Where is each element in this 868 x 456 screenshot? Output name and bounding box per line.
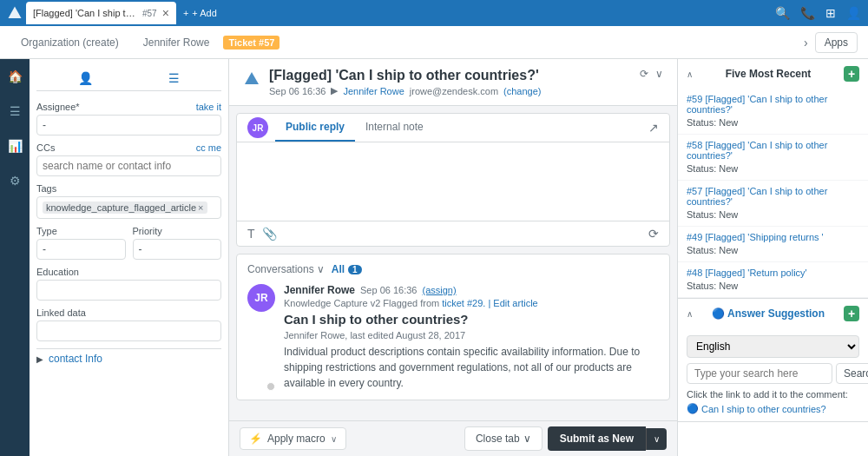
topbar-actions: 🔍 📞 ⊞ 👤	[775, 6, 861, 20]
linked-data-input[interactable]	[36, 321, 221, 341]
reply-option-icon[interactable]: ↗	[648, 114, 659, 142]
msg-date: Sep 06 16:36	[360, 285, 417, 295]
reports-icon[interactable]: 📊	[4, 135, 26, 156]
msg-author: Jennifer Rowe	[284, 284, 355, 296]
answer-search-input[interactable]	[687, 363, 832, 384]
recent-item-5: #48 [Flagged] 'Return policy' Status: Ne…	[678, 262, 868, 298]
recent-item-3-status: Status: New	[687, 209, 738, 220]
conversation-list: Conversations ∨ All 1 JR Je	[236, 254, 670, 400]
list-icon[interactable]: ☰	[168, 71, 180, 85]
ticket-logo-icon	[243, 68, 260, 90]
public-reply-tab[interactable]: Public reply	[275, 114, 355, 142]
answer-suggestion-header[interactable]: ∧ 🔵 Answer Suggestion +	[678, 299, 868, 328]
take-it-link[interactable]: take it	[196, 102, 221, 112]
priority-field: Priority -	[133, 226, 222, 260]
reply-footer: T 📎 ⟳	[237, 221, 669, 246]
answer-link-icon: 🔵	[687, 403, 699, 414]
macro-lightning-icon: ⚡	[249, 433, 262, 445]
right-panel: ∧ Five Most Recent + #59 [Flagged] 'Can …	[677, 59, 868, 456]
apply-macro-button[interactable]: ⚡ Apply macro ∨	[240, 427, 346, 450]
admin-icon[interactable]: ⚙	[6, 170, 24, 191]
priority-select[interactable]: -	[133, 239, 222, 260]
conversations-label[interactable]: Conversations ∨	[247, 263, 325, 275]
ticket-author-link[interactable]: Jennifer Rowe	[343, 86, 404, 96]
type-select[interactable]: -	[36, 239, 126, 260]
ccs-label: CCs cc me	[36, 142, 221, 153]
reply-tabs: JR Public reply Internal note ↗	[237, 114, 669, 142]
user-tab[interactable]: Jennifer Rowe	[133, 31, 220, 54]
home-icon[interactable]: 🏠	[4, 66, 26, 87]
tab-close-icon[interactable]: ×	[162, 7, 169, 19]
recent-item-2-link[interactable]: #58 [Flagged] 'Can I ship to other count…	[687, 140, 859, 161]
internal-note-tab[interactable]: Internal note	[355, 114, 434, 142]
submit-as-new-button[interactable]: Submit as New	[548, 426, 646, 451]
tag-chip: knowledge_capture_flagged_article ×	[43, 202, 207, 214]
ccs-field: CCs cc me	[36, 142, 221, 176]
five-recent-add-button[interactable]: +	[844, 66, 859, 82]
five-most-recent-header[interactable]: ∧ Five Most Recent +	[678, 59, 868, 89]
format-text-icon[interactable]: T	[247, 227, 255, 241]
add-icon: +	[183, 8, 188, 18]
msg-text: Individual product descriptions contain …	[284, 344, 659, 391]
close-tab-button[interactable]: Close tab ∨	[464, 426, 542, 451]
answer-add-button[interactable]: +	[844, 306, 859, 321]
language-select[interactable]: English	[687, 335, 859, 358]
msg-header: Jennifer Rowe Sep 06 16:36 (assign)	[284, 284, 659, 296]
bottom-right-actions: Close tab ∨ Submit as New ∨	[464, 426, 667, 451]
msg-byline: Jennifer Rowe, last edited August 28, 20…	[284, 330, 659, 340]
top-bar: [Flagged] 'Can I ship to o... #57 × + + …	[0, 0, 868, 26]
main-content: 🏠 ☰ 📊 ⚙ 👤 ☰ Assignee* take it - CCs cc m…	[0, 59, 868, 456]
assignee-select[interactable]: -	[36, 115, 221, 135]
apps-button[interactable]: Apps	[815, 32, 858, 53]
add-tab-button[interactable]: + + Add	[183, 8, 217, 18]
nav-chevron-icon[interactable]: ›	[804, 36, 808, 50]
recent-item-5-link[interactable]: #48 [Flagged] 'Return policy'	[687, 268, 859, 278]
recent-item-3-link[interactable]: #57 [Flagged] 'Can I ship to other count…	[687, 186, 859, 207]
edit-article-link[interactable]: | Edit article	[488, 298, 537, 308]
tags-input[interactable]: knowledge_capture_flagged_article ×	[36, 196, 221, 219]
user-icon[interactable]: 👤	[846, 6, 861, 20]
phone-icon[interactable]: 📞	[800, 6, 815, 20]
ticket-main: [Flagged] 'Can I ship to other countries…	[229, 59, 677, 456]
add-to-comment-text: Click the link to add it to the comment:	[687, 389, 859, 400]
person-icon[interactable]: 👤	[78, 71, 93, 85]
answer-search-button[interactable]: Search	[836, 363, 868, 384]
recent-item-2: #58 [Flagged] 'Can I ship to other count…	[678, 135, 868, 181]
tags-label: Tags	[36, 183, 221, 194]
msg-ticket-link[interactable]: ticket #29.	[442, 298, 485, 308]
ticket-change-link[interactable]: (change)	[503, 86, 541, 96]
attach-icon[interactable]: 📎	[262, 227, 277, 241]
education-input[interactable]	[36, 280, 221, 301]
ticket-scroll: [Flagged] 'Can I ship to other countries…	[229, 59, 677, 420]
nav-bar-right: › Apps	[804, 32, 858, 53]
ticket-tab-group: Ticket #57	[223, 36, 279, 50]
active-tab[interactable]: [Flagged] 'Can I ship to o... #57 ×	[26, 2, 176, 24]
recent-item-4: #49 [Flagged] 'Shipping returns ' Status…	[678, 227, 868, 262]
priority-label: Priority	[133, 226, 222, 236]
type-priority-row: Type - Priority -	[36, 226, 221, 260]
tag-chip-close-icon[interactable]: ×	[198, 202, 203, 213]
ticket-chevron-icon[interactable]: ∨	[655, 68, 663, 80]
refresh-icon[interactable]: ⟳	[640, 68, 648, 80]
reply-action-icon[interactable]: ⟳	[648, 227, 659, 241]
recent-item-1-link[interactable]: #59 [Flagged] 'Can I ship to other count…	[687, 94, 859, 115]
all-filter-label[interactable]: All	[332, 263, 345, 275]
macro-chevron-icon: ∨	[331, 434, 337, 444]
cc-me-link[interactable]: cc me	[196, 142, 221, 153]
five-most-recent-title: Five Most Recent	[726, 68, 812, 80]
submit-chevron-button[interactable]: ∨	[646, 428, 667, 450]
ticket-meta: Sep 06 16:36 ▶ Jennifer Rowe jrowe@zende…	[269, 85, 541, 96]
msg-assign-link[interactable]: (assign)	[422, 285, 456, 295]
answer-suggestion-link[interactable]: 🔵 Can I ship to other countries?	[687, 403, 859, 414]
recent-item-4-link[interactable]: #49 [Flagged] 'Shipping returns '	[687, 232, 859, 242]
ticket-header-info: [Flagged] 'Can I ship to other countries…	[269, 68, 541, 96]
reply-body[interactable]	[237, 142, 669, 221]
all-filter-badge: 1	[348, 265, 362, 274]
ccs-input[interactable]	[36, 155, 221, 176]
contact-info-section[interactable]: ▶ contact Info	[36, 348, 221, 368]
msg-kc: Knowledge Capture v2 Flagged from ticket…	[284, 298, 659, 308]
org-tab[interactable]: Organization (create)	[10, 31, 129, 54]
views-icon[interactable]: ☰	[6, 101, 24, 122]
search-icon[interactable]: 🔍	[775, 6, 790, 20]
grid-icon[interactable]: ⊞	[825, 6, 836, 20]
